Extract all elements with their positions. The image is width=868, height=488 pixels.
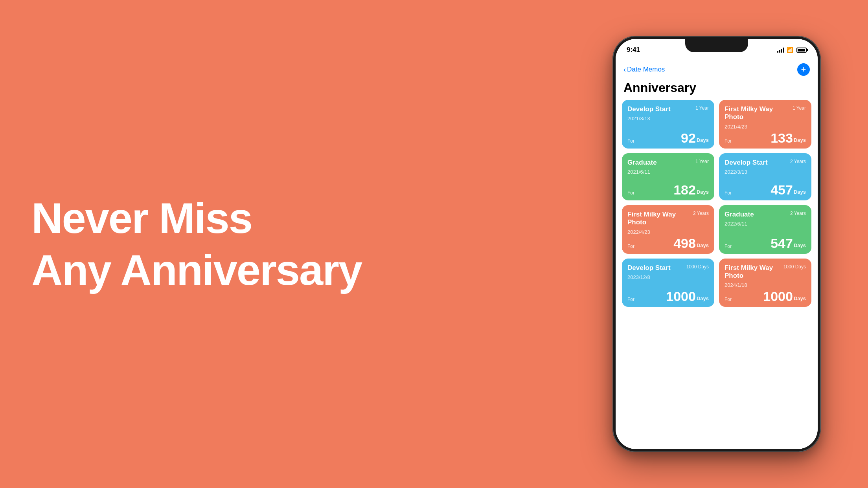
card-days-value: 498 — [673, 237, 696, 250]
nav-bar: ‹ Date Memos + — [616, 59, 818, 79]
card-footer: For 547 Days — [725, 237, 806, 250]
card-period: 1000 Days — [684, 264, 709, 270]
card-days-unit: Days — [697, 189, 709, 196]
card-period: 2 Years — [691, 211, 709, 216]
card-footer: For 457 Days — [725, 183, 806, 196]
anniversary-card-1[interactable]: Develop Start 1 Year 2021/3/13 For 92 Da… — [622, 100, 714, 149]
card-for-label: For — [725, 244, 732, 249]
card-title: First Milky Way Photo — [725, 264, 781, 280]
card-date: 2021/6/11 — [627, 169, 709, 175]
card-period: 1 Year — [693, 159, 709, 164]
anniversary-card-7[interactable]: Develop Start 1000 Days 2023/12/8 For 10… — [622, 259, 714, 307]
card-title: Develop Start — [725, 159, 782, 167]
card-header: First Milky Way Photo 2 Years — [627, 211, 709, 227]
card-header: First Milky Way Photo 1000 Days — [725, 264, 806, 280]
status-time: 9:41 — [627, 44, 640, 54]
card-footer: For 182 Days — [627, 183, 709, 196]
anniversary-card-3[interactable]: Graduate 1 Year 2021/6/11 For 182 Days — [622, 153, 714, 200]
hero-line2: Any Anniversary — [31, 244, 362, 296]
card-days-unit: Days — [697, 295, 709, 303]
card-footer: For 498 Days — [627, 237, 709, 250]
card-footer: For 133 Days — [725, 131, 806, 145]
hero-text-block: Never Miss Any Anniversary — [31, 192, 362, 296]
signal-icon — [777, 47, 784, 53]
nav-back-button[interactable]: ‹ Date Memos — [623, 66, 665, 74]
card-days-value: 1000 — [666, 290, 696, 303]
anniversary-card-8[interactable]: First Milky Way Photo 1000 Days 2024/1/1… — [719, 259, 811, 307]
card-days-value: 457 — [771, 183, 793, 196]
card-period: 1000 Days — [781, 264, 806, 270]
card-period: 2 Years — [788, 211, 806, 216]
card-for-label: For — [725, 297, 732, 302]
chevron-left-icon: ‹ — [623, 66, 626, 74]
hero-line1: Never Miss — [31, 192, 362, 244]
card-days-unit: Days — [697, 137, 709, 145]
card-days-unit: Days — [794, 137, 806, 145]
card-date: 2021/3/13 — [627, 116, 709, 121]
card-days-value: 1000 — [763, 290, 793, 303]
card-days-value: 92 — [681, 131, 696, 145]
card-footer: For 92 Days — [627, 131, 709, 145]
status-icons: 📶 — [777, 44, 807, 53]
card-for-label: For — [627, 297, 634, 302]
page-title: Anniversary — [616, 79, 818, 100]
phone-mockup: 9:41 📶 — [612, 36, 821, 452]
card-footer: For 1000 Days — [725, 290, 806, 303]
card-header: First Milky Way Photo 1 Year — [725, 105, 806, 121]
anniversary-card-2[interactable]: First Milky Way Photo 1 Year 2021/4/23 F… — [719, 100, 811, 149]
card-period: 1 Year — [790, 105, 806, 111]
card-days-unit: Days — [794, 242, 806, 250]
card-days-value: 182 — [673, 183, 696, 196]
card-days-value: 547 — [771, 237, 793, 250]
card-title: First Milky Way Photo — [725, 105, 782, 121]
card-header: Graduate 2 Years — [725, 211, 806, 218]
card-days-value: 133 — [771, 131, 793, 145]
card-for-label: For — [627, 138, 634, 144]
card-days-unit: Days — [794, 189, 806, 196]
card-date: 2022/4/23 — [627, 229, 709, 235]
card-title: Graduate — [627, 159, 684, 167]
battery-icon — [796, 48, 807, 53]
phone-notch — [685, 39, 748, 52]
card-date: 2024/1/18 — [725, 282, 806, 288]
card-title: Develop Start — [627, 264, 684, 272]
card-for-label: For — [627, 244, 634, 249]
cards-grid: Develop Start 1 Year 2021/3/13 For 92 Da… — [616, 100, 818, 307]
card-title: First Milky Way Photo — [627, 211, 684, 227]
card-for-label: For — [725, 190, 732, 196]
card-days-unit: Days — [794, 295, 806, 303]
nav-back-label: Date Memos — [627, 66, 665, 73]
card-for-label: For — [627, 190, 634, 196]
add-button[interactable]: + — [797, 63, 810, 76]
card-footer: For 1000 Days — [627, 290, 709, 303]
card-date: 2022/3/13 — [725, 169, 806, 175]
card-header: Graduate 1 Year — [627, 159, 709, 167]
anniversary-card-4[interactable]: Develop Start 2 Years 2022/3/13 For 457 … — [719, 153, 811, 200]
card-for-label: For — [725, 138, 732, 144]
card-header: Develop Start 1 Year — [627, 105, 709, 113]
card-date: 2023/12/8 — [627, 274, 709, 280]
phone-frame: 9:41 📶 — [612, 36, 821, 452]
card-header: Develop Start 1000 Days — [627, 264, 709, 272]
card-date: 2021/4/23 — [725, 124, 806, 130]
card-header: Develop Start 2 Years — [725, 159, 806, 167]
card-title: Develop Start — [627, 105, 684, 113]
card-period: 2 Years — [788, 159, 806, 164]
card-title: Graduate — [725, 211, 782, 218]
app-content: ‹ Date Memos + Anniversary Develop Start… — [616, 59, 818, 449]
anniversary-card-6[interactable]: Graduate 2 Years 2022/6/11 For 547 Days — [719, 205, 811, 254]
wifi-icon: 📶 — [787, 47, 793, 53]
card-period: 1 Year — [693, 105, 709, 111]
card-date: 2022/6/11 — [725, 221, 806, 227]
card-days-unit: Days — [697, 242, 709, 250]
phone-screen: 9:41 📶 — [616, 39, 818, 449]
anniversary-card-5[interactable]: First Milky Way Photo 2 Years 2022/4/23 … — [622, 205, 714, 254]
